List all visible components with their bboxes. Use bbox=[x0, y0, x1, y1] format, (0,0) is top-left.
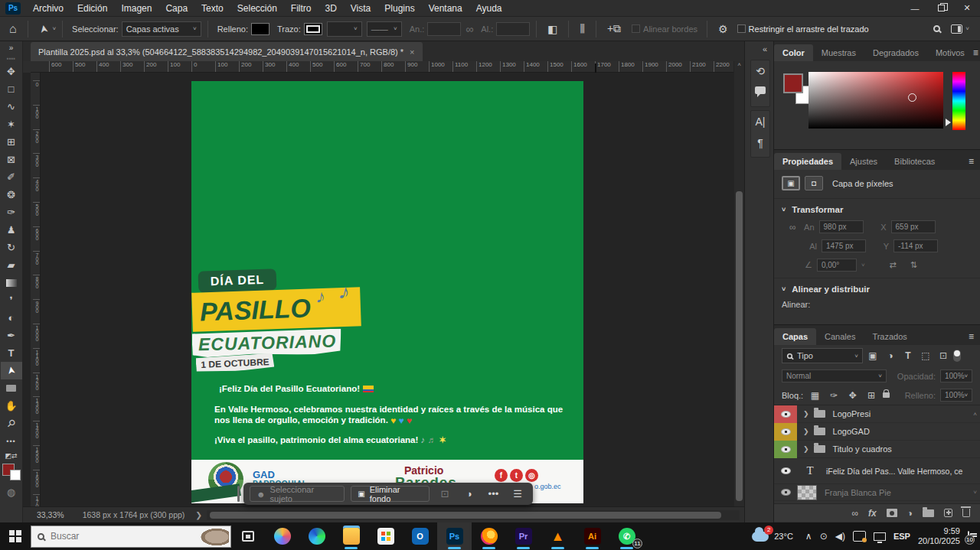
tools-grip[interactable]: ▪▪▪▪ bbox=[1, 54, 22, 63]
menu-item[interactable]: Capa bbox=[158, 0, 194, 17]
tab-degradados[interactable]: Degradados bbox=[864, 44, 927, 61]
document-tab-close-icon[interactable]: × bbox=[410, 47, 414, 57]
character-panel-icon[interactable]: A| bbox=[756, 116, 766, 128]
horizontal-ruler[interactable]: 6005004003002001000100200300400500600700… bbox=[31, 61, 733, 73]
brush-tool-icon[interactable]: ✑ bbox=[1, 203, 22, 221]
link-wh-icon[interactable]: ∞ bbox=[789, 222, 796, 233]
flip-vertical-icon[interactable]: ⇅ bbox=[910, 260, 917, 270]
weather-widget[interactable]: 2 23°C bbox=[752, 532, 793, 542]
menu-item[interactable]: Imagen bbox=[114, 0, 158, 17]
new-layer-icon[interactable] bbox=[944, 509, 952, 517]
properties-sliders-icon[interactable]: ☰ bbox=[508, 488, 527, 500]
align-section-header[interactable]: ˅ Alinear y distribuir bbox=[774, 278, 980, 297]
menu-item[interactable]: Texto bbox=[194, 0, 230, 17]
select-mode-dropdown[interactable]: Capas activas ˅ bbox=[122, 21, 201, 37]
firefox-app-icon[interactable] bbox=[472, 522, 506, 550]
hand-tool-icon[interactable]: ✋ bbox=[1, 397, 22, 415]
quick-selection-tool-icon[interactable]: ✶ bbox=[1, 116, 22, 133]
visibility-eye-icon[interactable] bbox=[781, 467, 791, 474]
tab-capas[interactable]: Capas bbox=[774, 328, 816, 345]
x-value-field[interactable]: 659 px bbox=[891, 220, 936, 233]
pixel-layer-icon[interactable]: ▣ bbox=[782, 176, 800, 190]
color-gradient-field[interactable] bbox=[808, 72, 943, 129]
select-subject-button[interactable]: ☻ Seleccionar sujeto bbox=[250, 486, 345, 502]
gradient-tool-icon[interactable] bbox=[1, 274, 22, 291]
scroll-up-icon[interactable]: ˄ bbox=[734, 61, 744, 68]
layer-row-titulo[interactable]: ❯ Titulo y cuadros bbox=[774, 441, 980, 458]
tray-chevron-icon[interactable]: ∧ bbox=[805, 531, 812, 542]
tab-muestras[interactable]: Muestras bbox=[813, 44, 864, 61]
eyedropper-tool-icon[interactable]: ✐ bbox=[1, 168, 22, 186]
tab-trazados[interactable]: Trazados bbox=[864, 328, 915, 345]
status-arrow-icon[interactable]: ❯ bbox=[195, 510, 202, 519]
default-colors-icon[interactable]: ◩⇄ bbox=[1, 450, 22, 462]
layer-filter-dropdown[interactable]: Tipo ˅ bbox=[782, 348, 863, 363]
marquee-tool-icon[interactable]: □ bbox=[1, 80, 22, 98]
path-selection-tool-icon[interactable]: ➤ bbox=[36, 18, 51, 38]
layer-row-logogad[interactable]: ❯ LogoGAD bbox=[774, 423, 980, 441]
minimize-button[interactable]: — bbox=[902, 0, 928, 17]
home-icon[interactable]: ⌂ bbox=[5, 22, 21, 36]
remove-background-button[interactable]: ▣ Eliminar fondo bbox=[351, 486, 430, 502]
menu-item[interactable]: Filtro bbox=[284, 0, 318, 17]
collapse-tools-icon[interactable]: » bbox=[1, 41, 22, 54]
color-picker-cursor[interactable] bbox=[908, 93, 916, 102]
group-expand-icon[interactable]: ❯ bbox=[803, 428, 809, 435]
filter-pixel-layers-icon[interactable]: ▣ bbox=[865, 350, 880, 361]
menu-item[interactable]: 3D bbox=[318, 0, 343, 17]
input-indicator-icon[interactable] bbox=[853, 531, 866, 542]
panel-menu-icon[interactable]: ≡ bbox=[973, 47, 978, 61]
premiere-app-icon[interactable]: Pr bbox=[506, 522, 541, 550]
healing-brush-tool-icon[interactable]: ❂ bbox=[1, 186, 22, 203]
background-color-swatch[interactable] bbox=[10, 470, 21, 480]
height-input[interactable] bbox=[496, 22, 530, 36]
eraser-tool-icon[interactable]: ▰ bbox=[1, 256, 22, 274]
microsoft-store-app-icon[interactable] bbox=[368, 522, 403, 550]
filter-type-layers-icon[interactable]: T bbox=[900, 350, 916, 361]
photoshop-app-icon[interactable]: Ps bbox=[437, 522, 472, 550]
task-view-icon[interactable] bbox=[242, 531, 254, 542]
stroke-width-dropdown[interactable]: ˅ bbox=[327, 21, 362, 37]
adjustment-layer-icon[interactable]: ◑ bbox=[907, 508, 913, 519]
workspace-icon[interactable] bbox=[951, 24, 962, 34]
dodge-tool-icon[interactable]: ◐ bbox=[1, 309, 22, 327]
panel-menu-icon[interactable]: ≡ bbox=[969, 156, 974, 170]
path-operations-icon[interactable]: ◧ bbox=[543, 23, 562, 35]
type-tool-icon[interactable]: T bbox=[1, 344, 22, 362]
vertical-ruler[interactable]: 0100200300400500600700800900100011001200… bbox=[31, 73, 41, 506]
layer-row-franja[interactable]: Franja Blanca Pie ˅ bbox=[774, 484, 980, 501]
tab-color[interactable]: Color bbox=[774, 44, 813, 61]
fill-swatch[interactable] bbox=[251, 23, 270, 35]
path-select-tool-icon[interactable]: ➤ bbox=[1, 362, 22, 379]
history-panel-icon[interactable]: ⟲ bbox=[756, 65, 765, 77]
blend-mode-dropdown[interactable]: Normal˅ bbox=[782, 369, 887, 382]
tab-propiedades[interactable]: Propiedades bbox=[774, 153, 841, 170]
visibility-eye-icon[interactable] bbox=[781, 489, 791, 496]
menu-item[interactable]: Plugins bbox=[377, 0, 421, 17]
delete-layer-icon[interactable] bbox=[962, 509, 970, 517]
copilot-app-icon[interactable] bbox=[265, 522, 299, 550]
panel-menu-icon[interactable]: ≡ bbox=[969, 331, 974, 345]
opacity-field[interactable]: 100%˅ bbox=[940, 369, 972, 382]
group-expand-icon[interactable]: ❯ bbox=[803, 445, 809, 453]
more-options-icon[interactable]: ••• bbox=[485, 488, 503, 500]
lock-artboard-icon[interactable]: ⊞ bbox=[864, 390, 879, 401]
horizontal-scrollbar[interactable] bbox=[207, 510, 740, 520]
frame-tool-icon[interactable]: ⊠ bbox=[1, 151, 22, 168]
language-indicator[interactable]: ESP bbox=[893, 532, 910, 541]
stroke-type-dropdown[interactable]: ——˅ bbox=[367, 21, 402, 37]
tab-bibliotecas[interactable]: Bibliotecas bbox=[886, 153, 943, 170]
visibility-eye-icon[interactable] bbox=[781, 411, 791, 418]
pen-tool-icon[interactable]: ✒ bbox=[1, 327, 22, 344]
tab-ajustes[interactable]: Ajustes bbox=[841, 153, 886, 170]
y-value-field[interactable]: -114 px bbox=[893, 239, 938, 252]
close-button[interactable]: ✕ bbox=[954, 0, 980, 17]
search-input[interactable] bbox=[51, 531, 173, 542]
zoom-tool-icon[interactable]: ⚲ bbox=[1, 415, 22, 432]
flip-horizontal-icon[interactable]: ⇄ bbox=[890, 260, 897, 270]
lasso-tool-icon[interactable]: ∿ bbox=[1, 98, 22, 116]
w-value-field[interactable]: 980 px bbox=[819, 220, 864, 233]
lock-pixels-icon[interactable]: ✑ bbox=[827, 390, 841, 401]
canvas-poster[interactable]: DÍA DEL PASILLO ♪ ♪ ECUATORIANO 1 DE OCT… bbox=[191, 81, 583, 503]
vertical-scrollbar-thumb[interactable] bbox=[736, 191, 743, 501]
